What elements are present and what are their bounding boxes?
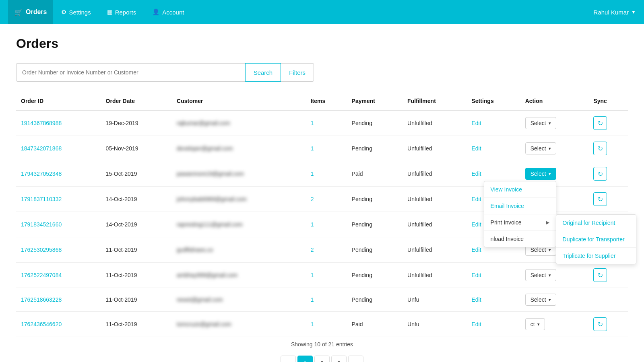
col-settings: Settings — [466, 92, 520, 111]
view-invoice-item[interactable]: View Invoice — [484, 181, 556, 198]
cell-action: Select ▾ — [520, 110, 589, 136]
table-row: 1762522497084 11-Oct-2019 ambhay999@gmai… — [16, 263, 628, 288]
order-id-link[interactable]: 1791834521660 — [21, 221, 62, 228]
page-1-button[interactable]: 1 — [297, 356, 313, 362]
sync-button[interactable]: ↻ — [593, 142, 607, 155]
nav-settings-label: Settings — [69, 9, 91, 16]
col-action: Action — [520, 92, 589, 111]
edit-link[interactable]: Edit — [471, 145, 481, 152]
edit-link[interactable]: Edit — [471, 196, 481, 202]
cell-fulfillment: Unfu — [402, 288, 466, 312]
order-id-link[interactable]: 1762530295868 — [21, 247, 62, 253]
cell-customer: newst@gmail.com — [172, 288, 306, 312]
table-row: 1762518663228 11-Oct-2019 newst@gmail.co… — [16, 288, 628, 312]
cell-fulfillment: Unfulfilled — [402, 237, 466, 263]
cell-order-id: 1914367868988 — [16, 110, 101, 136]
page-3-button[interactable]: 3 — [331, 356, 347, 362]
table-row: 1762436546620 11-Oct-2019 tomcruze@gmail… — [16, 312, 628, 337]
cell-customer: developer@gmail.com — [172, 136, 306, 161]
col-order-id: Order ID — [16, 92, 101, 111]
select-button[interactable]: Select ▾ — [525, 168, 556, 180]
order-id-link[interactable]: 1791837110332 — [21, 196, 62, 202]
select-button[interactable]: Select ▾ — [525, 117, 556, 129]
order-id-link[interactable]: 1794327052348 — [21, 171, 62, 177]
col-payment: Payment — [347, 92, 403, 111]
customer-email: tomcruze@gmail.com — [177, 321, 231, 327]
nav-account-label: Account — [162, 9, 184, 16]
page-next-button[interactable]: › — [348, 356, 363, 362]
col-sync: Sync — [588, 92, 628, 111]
sync-button[interactable]: ↻ — [593, 116, 607, 130]
cell-order-date: 19-Dec-2019 — [101, 110, 172, 136]
edit-link[interactable]: Edit — [471, 221, 481, 228]
sync-button[interactable]: ↻ — [593, 167, 607, 181]
cell-order-date: 11-Oct-2019 — [101, 312, 172, 337]
cell-customer: gudfitdraws.co — [172, 237, 306, 263]
order-id-link[interactable]: 1914367868988 — [21, 120, 62, 126]
filters-button[interactable]: Filters — [281, 63, 314, 82]
nav-account[interactable]: 👤 Account — [144, 0, 192, 24]
chevron-icon: ▾ — [549, 297, 551, 302]
cell-settings: Edit — [466, 312, 520, 337]
nav-orders[interactable]: 🛒 Orders — [8, 0, 53, 24]
col-fulfillment: Fulfillment — [402, 92, 466, 111]
edit-link[interactable]: Edit — [471, 272, 481, 278]
edit-link[interactable]: Edit — [471, 296, 481, 303]
cell-settings: Edit — [466, 110, 520, 136]
select-button[interactable]: Select ▾ — [525, 142, 556, 154]
cell-sync: ↻ — [588, 312, 628, 337]
order-id-link[interactable]: 1847342071868 — [21, 145, 62, 152]
cell-action: ct ▾ — [520, 312, 589, 337]
select-button[interactable]: Select ▾ — [525, 269, 556, 281]
cell-order-date: 11-Oct-2019 — [101, 237, 172, 263]
order-id-link[interactable]: 1762436546620 — [21, 321, 62, 327]
original-recipient-item[interactable]: Original for Recipient — [556, 215, 636, 231]
cell-items: 1 — [306, 212, 347, 237]
duplicate-transporter-item[interactable]: Duplicate for Transporter — [556, 231, 636, 248]
customer-email: rajkumar@gmail.com — [177, 120, 230, 126]
order-id-link[interactable]: 1762522497084 — [21, 272, 62, 278]
cell-items: 1 — [306, 110, 347, 136]
edit-link[interactable]: Edit — [471, 171, 481, 177]
cell-order-date: 11-Oct-2019 — [101, 288, 172, 312]
sync-button[interactable]: ↻ — [593, 192, 607, 206]
edit-link[interactable]: Edit — [471, 120, 481, 126]
print-invoice-item[interactable]: Print Invoice ▶ Original for Recipient D… — [484, 214, 556, 231]
action-dropdown-container: Select ▾ View Invoice Email Invoice Prin… — [525, 168, 556, 180]
nav-settings[interactable]: ⚙ Settings — [53, 0, 99, 24]
nav-reports-label: Reports — [115, 9, 136, 16]
nav-reports[interactable]: ▦ Reports — [99, 0, 144, 24]
select-button[interactable]: Select ▾ — [525, 294, 556, 306]
cell-order-id: 1847342071868 — [16, 136, 101, 161]
table-row: 1914367868988 19-Dec-2019 rajkumar@gmail… — [16, 110, 628, 136]
cell-settings: Edit — [466, 288, 520, 312]
cell-customer: rajkumar@gmail.com — [172, 110, 306, 136]
customer-email: gudfitdraws.co — [177, 247, 213, 253]
search-button[interactable]: Search — [245, 63, 281, 82]
order-id-link[interactable]: 1762518663228 — [21, 296, 62, 303]
email-invoice-item[interactable]: Email Invoice — [484, 198, 556, 214]
page-2-button[interactable]: 2 — [314, 356, 330, 362]
chevron-icon: ▾ — [549, 121, 551, 126]
cell-fulfillment: Unfulfilled — [402, 187, 466, 212]
user-menu[interactable]: Rahul Kumar ▼ — [594, 9, 636, 16]
select-button[interactable]: ct ▾ — [525, 318, 545, 330]
search-input[interactable] — [16, 63, 245, 82]
sync-button[interactable]: ↻ — [593, 268, 607, 282]
table-header-row: Order ID Order Date Customer Items Payme… — [16, 92, 628, 111]
showing-text: Showing 10 of 21 entries — [16, 341, 628, 348]
table-row: 1847342071868 05-Nov-2019 developer@gmai… — [16, 136, 628, 161]
triplicate-supplier-item[interactable]: Triplicate for Supplier — [556, 248, 636, 264]
cell-fulfillment: Unfulfilled — [402, 136, 466, 161]
edit-link[interactable]: Edit — [471, 321, 481, 327]
page-prev-button[interactable]: ‹ — [281, 356, 296, 362]
cell-action: Select ▾ View Invoice Email Invoice Prin… — [520, 161, 589, 187]
edit-link[interactable]: Edit — [471, 247, 481, 253]
sync-button[interactable]: ↻ — [593, 317, 607, 331]
search-bar: Search Filters — [16, 63, 314, 82]
cell-fulfillment: Unfulfilled — [402, 161, 466, 187]
col-items: Items — [306, 92, 347, 111]
customer-email: developer@gmail.com — [177, 145, 233, 152]
cell-items: 2 — [306, 187, 347, 212]
download-invoice-item[interactable]: nload Invoice — [484, 231, 556, 247]
